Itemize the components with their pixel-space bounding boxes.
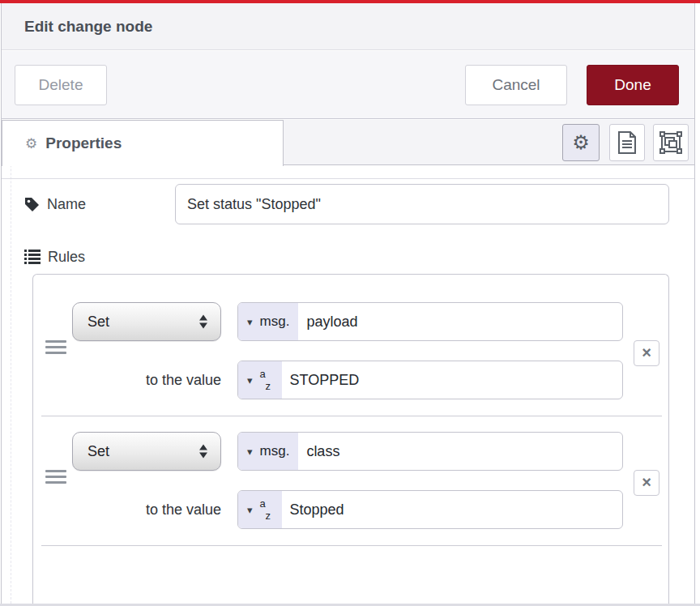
document-icon bbox=[617, 131, 637, 154]
caret-down-icon: ▾ bbox=[247, 504, 253, 516]
appearance-tab-button[interactable] bbox=[653, 124, 689, 161]
rule-delete-button[interactable]: × bbox=[634, 470, 659, 496]
rule-to-label: to the value bbox=[72, 490, 221, 529]
rule-property-typedinput: ▾ msg. bbox=[237, 302, 623, 341]
name-input[interactable] bbox=[175, 184, 669, 224]
typedinput-type-label: msg. bbox=[260, 443, 290, 459]
rule-value-typedinput: ▾ az bbox=[237, 361, 623, 399]
rule-drag-handle[interactable] bbox=[45, 470, 66, 487]
name-label: Name bbox=[24, 184, 86, 224]
rules-list: Set ▾ msg. × to the value ▾ az Set bbox=[32, 274, 669, 606]
dialog-toolbar: Delete Cancel Done bbox=[2, 51, 694, 119]
delete-button[interactable]: Delete bbox=[15, 65, 107, 105]
list-icon bbox=[24, 250, 41, 264]
rule-delete-button[interactable]: × bbox=[634, 340, 659, 366]
name-label-text: Name bbox=[47, 196, 86, 213]
done-button[interactable]: Done bbox=[587, 65, 679, 105]
tray-right-border bbox=[694, 3, 695, 606]
rule-separator bbox=[41, 416, 662, 416]
rule-separator bbox=[41, 545, 662, 546]
typedinput-type-button[interactable]: ▾ msg. bbox=[238, 433, 298, 470]
content-divider bbox=[2, 178, 694, 179]
tab-properties[interactable]: ⚙ Properties bbox=[2, 120, 284, 166]
rule-to-label: to the value bbox=[72, 361, 221, 399]
rule-action-value: Set bbox=[88, 443, 109, 460]
description-tab-button[interactable] bbox=[609, 124, 645, 161]
rules-label-text: Rules bbox=[48, 249, 85, 266]
dialog-title: Edit change node bbox=[2, 3, 694, 50]
rule-drag-handle[interactable] bbox=[45, 340, 66, 357]
gear-icon: ⚙ bbox=[572, 131, 590, 154]
properties-tab-button[interactable]: ⚙ bbox=[562, 124, 600, 161]
rule-property-typedinput: ▾ msg. bbox=[237, 432, 623, 471]
rule-value-input[interactable] bbox=[282, 491, 622, 528]
gear-icon: ⚙ bbox=[25, 135, 37, 152]
rules-label: Rules bbox=[24, 245, 85, 269]
tag-icon bbox=[24, 197, 40, 212]
rule-property-input[interactable] bbox=[298, 303, 622, 340]
rule-value-typedinput: ▾ az bbox=[237, 490, 623, 529]
appearance-group-icon bbox=[659, 131, 682, 154]
string-type-icon: az bbox=[260, 368, 273, 392]
cancel-button[interactable]: Cancel bbox=[465, 65, 567, 105]
typedinput-type-label: msg. bbox=[260, 314, 290, 330]
caret-down-icon: ▾ bbox=[247, 446, 253, 458]
rule-value-input[interactable] bbox=[282, 361, 622, 399]
string-type-icon: az bbox=[260, 497, 273, 522]
typedinput-type-button[interactable]: ▾ msg. bbox=[238, 303, 298, 340]
caret-down-icon: ▾ bbox=[247, 374, 253, 386]
caret-down-icon: ▾ bbox=[247, 316, 253, 328]
rule-action-select[interactable]: Set bbox=[72, 302, 221, 341]
tab-properties-label: Properties bbox=[45, 134, 122, 152]
typedinput-type-button[interactable]: ▾ az bbox=[238, 361, 282, 399]
select-arrows-icon bbox=[199, 315, 207, 329]
rule-action-value: Set bbox=[88, 314, 109, 331]
rule-action-select[interactable]: Set bbox=[72, 432, 221, 471]
typedinput-type-button[interactable]: ▾ az bbox=[238, 491, 282, 528]
select-arrows-icon bbox=[199, 445, 207, 459]
rule-property-input[interactable] bbox=[298, 433, 622, 470]
